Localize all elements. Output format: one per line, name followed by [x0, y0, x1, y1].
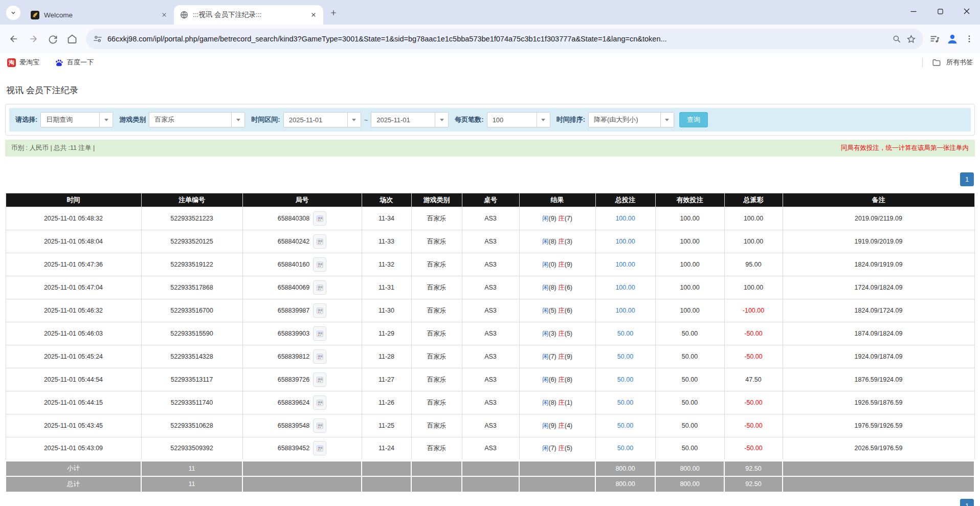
maximize-button[interactable] [927, 0, 953, 23]
table-footer: 小计11800.00800.0092.50总计11800.00800.0092.… [6, 460, 974, 492]
total-bet-link[interactable]: 100.00 [615, 238, 635, 245]
plus-icon [330, 9, 337, 16]
footer-payout: 92.50 [724, 460, 783, 476]
bookmark-baidu[interactable]: 百度一下 [55, 58, 94, 67]
cell-payout: -50.00 [724, 322, 783, 345]
page-1-button[interactable]: 1 [960, 499, 974, 506]
round-id-text: 658839624 [278, 399, 310, 406]
total-bet-link[interactable]: 100.00 [615, 215, 635, 222]
toolbar-right-icons [927, 33, 974, 45]
result-player-score: (3) [548, 330, 556, 337]
result-banker-label: 庄 [558, 353, 565, 360]
tab-search-button[interactable] [6, 6, 20, 20]
round-id-wrap: 658839987 [243, 303, 362, 318]
result-banker-score: (3) [565, 238, 572, 245]
cell-payout: -50.00 [724, 414, 783, 437]
video-replay-button[interactable] [313, 257, 326, 272]
cell-game-type: 百家乐 [411, 322, 462, 345]
chevron-down-icon [435, 113, 448, 127]
film-icon [316, 261, 324, 269]
media-controls-icon[interactable] [929, 34, 940, 45]
cell-round-id: 658839548 [242, 414, 362, 437]
summary-bar: 币别 : 人民币 | 总共 :11 注单 | 同局有效投注，统一计算在该局第一张… [5, 140, 975, 157]
cell-session: 11-32 [362, 253, 411, 276]
total-bet-link[interactable]: 50.00 [617, 422, 633, 429]
result-banker-score: (6) [565, 284, 572, 291]
date-to-select[interactable]: 2025-11-01 [371, 112, 449, 127]
tab-close-icon[interactable] [160, 10, 169, 19]
video-replay-button[interactable] [313, 395, 326, 410]
zoom-magnifier-icon[interactable] [892, 34, 901, 43]
page-content: 视讯 会员下注纪录 请选择: 日期查询 游戏类别 百家乐 时间区间: 2025-… [0, 84, 980, 493]
table-row: 2025-11-01 05:45:24522933514328658839812… [6, 345, 974, 368]
result-player-label: 闲 [542, 261, 549, 268]
new-tab-button[interactable] [326, 6, 341, 20]
total-bet-link[interactable]: 50.00 [617, 445, 633, 452]
query-type-select[interactable]: 日期查询 [40, 112, 113, 127]
kebab-menu-icon[interactable] [965, 34, 974, 43]
profile-avatar-icon[interactable] [946, 33, 959, 45]
page-1-button[interactable]: 1 [960, 172, 974, 186]
total-bet-link[interactable]: 50.00 [617, 376, 633, 383]
cell-table-no: AS3 [462, 391, 519, 414]
video-replay-button[interactable] [313, 303, 326, 318]
cell-session: 11-30 [362, 299, 411, 322]
cell-remark: 1874.09/1824.09 [783, 322, 974, 345]
video-replay-button[interactable] [313, 349, 326, 364]
video-replay-button[interactable] [313, 419, 326, 433]
minimize-button[interactable] [900, 0, 927, 23]
cell-result: 闲(0) 庄(9) [519, 253, 595, 276]
total-bet-link[interactable]: 50.00 [617, 399, 633, 406]
bookmark-star-icon[interactable] [906, 34, 916, 44]
cell-result: 闲(8) 庄(6) [519, 276, 595, 299]
result-player-label: 闲 [542, 376, 549, 383]
date-from-select[interactable]: 2025-11-01 [283, 112, 361, 127]
result-banker-label: 庄 [558, 307, 565, 314]
result-banker-score: (9) [565, 353, 572, 360]
address-bar[interactable]: 66cxkj98.com/ipl/portal.php/game/betreco… [86, 29, 923, 49]
page-size-select[interactable]: 100 [487, 112, 550, 127]
refresh-button[interactable] [43, 29, 62, 49]
table-footer-row: 总计11800.00800.0092.50 [6, 476, 974, 492]
total-bet-link[interactable]: 100.00 [615, 307, 635, 314]
all-bookmarks[interactable]: 所有书签 [922, 58, 973, 67]
video-replay-button[interactable] [313, 234, 326, 249]
cell-bet-id: 522933520125 [141, 230, 242, 253]
total-bet-link[interactable]: 100.00 [615, 261, 635, 268]
cell-total-bet: 50.00 [595, 414, 655, 437]
game-type-select[interactable]: 百家乐 [149, 112, 245, 127]
round-id-wrap: 658839903 [243, 326, 362, 341]
total-bet-link[interactable]: 50.00 [617, 353, 633, 360]
url-text: 66cxkj98.com/ipl/portal.php/game/betreco… [107, 35, 887, 43]
video-replay-button[interactable] [313, 211, 326, 226]
video-replay-button[interactable] [313, 441, 326, 455]
cell-remark: 1824.09/1919.09 [783, 253, 974, 276]
round-id-wrap: 658840242 [243, 234, 362, 249]
sort-order-select[interactable]: 降幂(由大到小) [588, 112, 674, 127]
bookmark-aitaobao[interactable]: 淘 爱淘宝 [7, 58, 39, 67]
cell-table-no: AS3 [462, 437, 519, 460]
video-replay-button[interactable] [313, 372, 326, 387]
result-banker-label: 庄 [558, 399, 565, 406]
total-bet-link[interactable]: 100.00 [615, 284, 635, 291]
cell-remark: 1976.59/1926.59 [783, 414, 974, 437]
cell-bet-id: 522933521223 [141, 207, 242, 230]
site-settings-tune-icon [93, 34, 102, 43]
column-header: 总派彩 [724, 193, 783, 207]
cell-payout: -100.00 [724, 299, 783, 322]
tab-bet-records[interactable]: :::视讯 会员下注纪录::: [174, 5, 323, 25]
total-bet-link[interactable]: 50.00 [617, 330, 633, 337]
result-banker-label: 庄 [558, 261, 565, 268]
video-replay-button[interactable] [313, 280, 326, 295]
back-button[interactable] [4, 29, 24, 49]
film-icon [316, 399, 324, 407]
close-window-button[interactable] [953, 0, 980, 23]
video-replay-button[interactable] [313, 326, 326, 341]
tab-close-icon[interactable] [309, 10, 318, 19]
cell-payout: 100.00 [724, 230, 783, 253]
tab-welcome[interactable]: Welcome [25, 5, 174, 25]
search-button[interactable]: 查询 [679, 112, 708, 127]
forward-button[interactable] [24, 29, 43, 49]
home-button[interactable] [62, 29, 82, 49]
footer-empty [783, 460, 974, 476]
